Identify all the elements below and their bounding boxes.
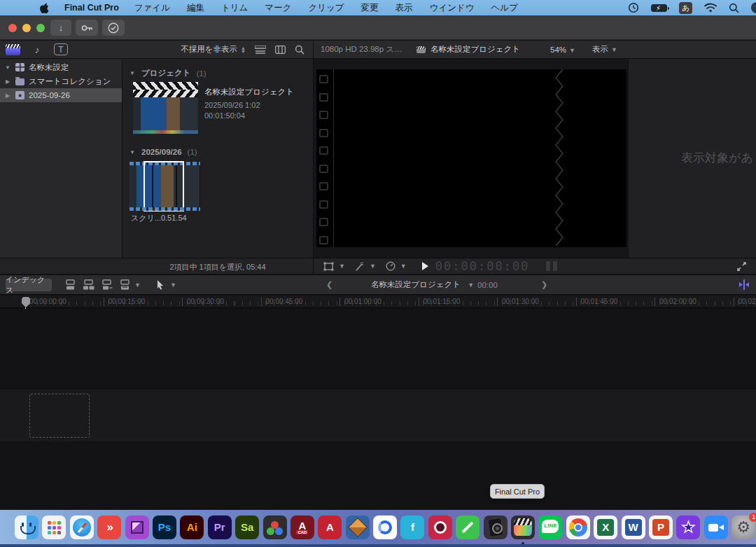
menu-item[interactable]: ウインドウ (430, 2, 475, 14)
illustrator-dock-icon[interactable]: Ai (180, 515, 204, 539)
launchpad-dock-icon[interactable] (42, 515, 66, 539)
insert-edit-icon[interactable] (83, 279, 94, 290)
skimming-toggle-icon[interactable] (738, 279, 750, 290)
tool-select-dropdown[interactable]: ▼ (156, 280, 176, 290)
substance-sampler-dock-icon[interactable]: Sa (235, 515, 259, 539)
next-project-chevron[interactable]: ❯ (541, 280, 547, 289)
finder-dock-icon[interactable] (15, 515, 38, 539)
clip-selection-range[interactable] (144, 161, 184, 212)
autocad-dock-icon[interactable]: ACAD (290, 515, 314, 539)
titles-generators-tab-icon[interactable]: T (54, 43, 68, 55)
excel-dock-icon[interactable]: X (594, 515, 617, 539)
clip-name-label[interactable]: スクリ...0.51.54 (131, 213, 187, 223)
menu-item[interactable]: マーク (265, 2, 291, 14)
format-info-label[interactable]: 1080p HD 23.98p ス… (321, 44, 402, 55)
sidebar-item-スマートコレクション[interactable]: ▶スマートコレクション (0, 74, 122, 88)
projects-section-header[interactable]: ▼ プロジェクト (1) (129, 68, 206, 78)
script-f-app-dock-icon[interactable]: f (400, 515, 424, 539)
viewer-zoom-dropdown[interactable]: 54%▼ (550, 46, 575, 54)
safari-dock-icon[interactable] (70, 515, 94, 539)
close-window-button[interactable] (8, 24, 17, 32)
apple-menu-icon[interactable] (40, 3, 49, 13)
viewer-view-dropdown[interactable]: 表示▼ (592, 44, 617, 55)
connect-edit-icon[interactable] (64, 279, 76, 290)
event-section-header[interactable]: ▼ 2025/09/26 (1) (129, 148, 197, 156)
zoom-window-button[interactable] (36, 24, 45, 32)
browser-search-icon[interactable] (295, 45, 304, 55)
viewer-frame[interactable] (316, 69, 626, 247)
play-button[interactable] (422, 262, 428, 270)
camera-app-dock-icon[interactable] (428, 515, 452, 539)
photos-audio-tab-icon[interactable]: ♪ (30, 43, 44, 55)
menu-item[interactable]: 表示 (396, 2, 413, 14)
disclosure-triangle-icon[interactable]: ▶ (4, 92, 11, 99)
project-title[interactable]: 名称未設定プロジェクト (204, 87, 295, 97)
project-duration: 00:01:50:04 (204, 111, 295, 121)
import-media-button[interactable]: ↓ (50, 20, 71, 36)
blue-swirl-app-dock-icon[interactable] (373, 515, 397, 539)
acrobat-dock-icon[interactable]: A (318, 515, 342, 539)
input-source-badge[interactable]: あ (679, 2, 692, 14)
minimize-window-button[interactable] (22, 24, 31, 32)
clip-item[interactable] (130, 162, 200, 211)
overwrite-edit-icon[interactable] (119, 279, 131, 290)
disk-device-app-dock-icon[interactable] (484, 515, 507, 539)
timeline-ruler[interactable]: 00:00:00:0000:00:15:0000:00:30:0000:00:4… (0, 296, 756, 308)
primary-storyline-lane[interactable] (0, 389, 756, 441)
premiere-pro-dock-icon[interactable]: Pr (208, 515, 232, 539)
disclosure-triangle-icon[interactable]: ▼ (4, 64, 11, 71)
timeline-project-dropdown[interactable]: 名称未設定プロジェクト ▼ (371, 279, 474, 290)
affinity-photo-dock-icon[interactable] (125, 515, 149, 539)
transform-crop-menu[interactable]: ▼ (323, 262, 345, 271)
control-center-icon[interactable] (751, 2, 756, 13)
menu-item[interactable]: トリム (221, 2, 248, 14)
purple-star-app-dock-icon[interactable]: ★ (676, 515, 700, 539)
sidebar-item-名称未設定[interactable]: ▼名称未設定 (0, 60, 122, 74)
color-enhancements-menu[interactable]: ▼ (355, 262, 376, 271)
menu-app-name[interactable]: Final Cut Pro (64, 3, 119, 13)
photoshop-dock-icon[interactable]: Ps (153, 515, 176, 539)
chevron-down-icon[interactable]: ▼ (134, 282, 141, 289)
disclosure-triangle-icon[interactable]: ▶ (4, 78, 11, 85)
wifi-icon[interactable] (704, 3, 717, 13)
zoom-video-dock-icon[interactable] (704, 515, 728, 539)
window-title-bar[interactable]: ↓ (0, 15, 756, 40)
previous-project-chevron[interactable]: ❮ (326, 280, 332, 289)
retime-menu[interactable]: ▼ (386, 261, 407, 271)
word-dock-icon[interactable]: W (622, 515, 645, 539)
menu-item[interactable]: 変更 (361, 2, 379, 14)
clock-icon[interactable] (628, 2, 639, 13)
background-tasks-button[interactable] (102, 20, 125, 36)
davinci-resolve-dock-icon[interactable] (263, 515, 287, 539)
sidebar-item-2025-09-26[interactable]: ▶★2025-09-26 (0, 88, 122, 102)
red-chevron-app-dock-icon[interactable]: » (97, 515, 121, 539)
filmstrip-view-icon[interactable] (275, 46, 286, 54)
menu-item[interactable]: クリップ (308, 2, 344, 14)
menu-item[interactable]: ファイル (134, 2, 170, 14)
list-view-icon[interactable] (255, 46, 266, 54)
fullscreen-expand-icon[interactable] (737, 262, 746, 271)
chrome-dock-icon[interactable] (566, 515, 590, 539)
project-thumbnail[interactable] (133, 97, 198, 134)
clip-filmstrip-thumbnail[interactable] (130, 162, 200, 211)
system-settings-dock-icon[interactable]: ⚙1 (732, 515, 755, 539)
append-edit-icon[interactable] (101, 279, 113, 290)
final-cut-pro-dock-icon[interactable] (511, 515, 535, 539)
disclosure-triangle-icon[interactable]: ▼ (129, 70, 136, 76)
cube-3d-app-dock-icon[interactable] (346, 515, 370, 539)
battery-charging-icon[interactable]: ⚡ (651, 4, 667, 12)
search-icon[interactable] (729, 3, 739, 13)
line-dock-icon[interactable]: LINE (538, 515, 562, 539)
index-button[interactable]: インデックス (6, 279, 52, 291)
menu-item[interactable]: ヘルプ (491, 2, 518, 14)
powerpoint-dock-icon[interactable]: P (649, 515, 673, 539)
viewer-timecode[interactable]: 00:00:00:00 (435, 259, 530, 273)
green-pen-app-dock-icon[interactable] (456, 515, 479, 539)
keyword-editor-button[interactable] (76, 20, 98, 36)
libraries-tab-icon[interactable] (6, 44, 20, 55)
filter-dropdown[interactable]: 不採用を非表示 ▲▼ (181, 44, 246, 55)
disclosure-triangle-icon[interactable]: ▼ (129, 149, 136, 155)
project-item[interactable] (133, 82, 198, 134)
audio-meters[interactable] (546, 261, 557, 271)
menu-item[interactable]: 編集 (187, 2, 204, 14)
